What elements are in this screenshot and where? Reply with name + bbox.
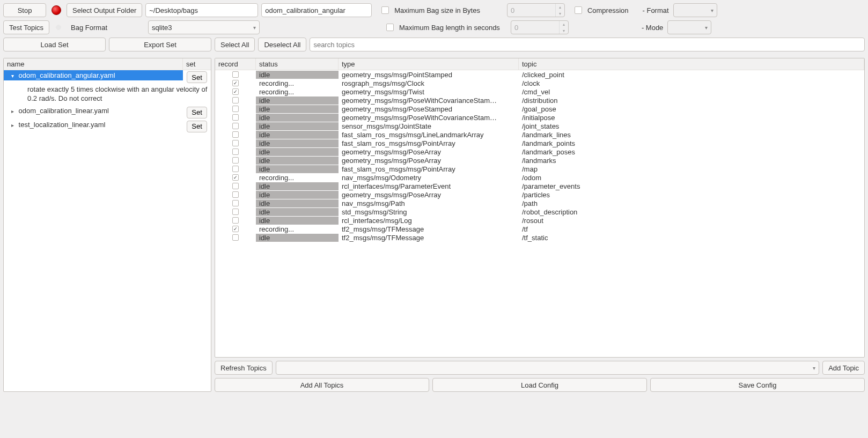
tree-item[interactable]: test_localization_linear.yamlSet [4, 120, 211, 133]
load-config-button[interactable]: Load Config [432, 378, 647, 392]
type-cell: nav_msgs/msg/Path [339, 199, 519, 207]
output-folder-input[interactable] [145, 3, 258, 17]
table-row[interactable]: idlegeometry_msgs/msg/PoseWithCovariance… [215, 96, 864, 105]
table-row[interactable]: idlegeometry_msgs/msg/PoseArray/particle… [215, 190, 864, 199]
table-row[interactable]: idlegeometry_msgs/msg/PointStamped/click… [215, 70, 864, 79]
type-cell: rcl_interfaces/msg/Log [339, 217, 519, 225]
tree-item-label: odom_calibration_angular.yaml [17, 71, 115, 79]
topics-table[interactable]: record status type topic idlegeometry_ms… [215, 58, 865, 358]
topic-cell: /particles [519, 191, 864, 199]
record-checkbox[interactable] [232, 97, 239, 103]
record-checkbox[interactable] [232, 183, 239, 189]
record-checkbox[interactable] [232, 200, 239, 206]
record-checkbox[interactable] [232, 149, 239, 155]
table-row[interactable]: recording...rosgraph_msgs/msg/Clock/cloc… [215, 79, 864, 87]
stop-button[interactable]: Stop [3, 3, 46, 17]
type-cell: geometry_msgs/msg/PointStamped [339, 71, 519, 79]
deselect-all-button[interactable]: Deselect All [258, 38, 306, 51]
record-checkbox[interactable] [232, 191, 239, 198]
record-checkbox[interactable] [232, 131, 239, 138]
record-checkbox[interactable] [232, 88, 239, 95]
compression-checkbox[interactable] [575, 6, 582, 14]
search-topics-input[interactable] [310, 38, 865, 51]
table-row[interactable]: idlegeometry_msgs/msg/PoseArray/landmark… [215, 156, 864, 165]
table-row[interactable]: idlegeometry_msgs/msg/PoseStamped/goal_p… [215, 105, 864, 113]
record-checkbox[interactable] [232, 166, 239, 172]
record-indicator-icon [52, 5, 61, 15]
record-checkbox[interactable] [232, 140, 239, 146]
add-all-topics-button[interactable]: Add All Topics [215, 378, 429, 392]
max-bag-len-value [511, 21, 559, 34]
format-combo[interactable]: ▾ [673, 3, 717, 17]
record-checkbox[interactable] [232, 234, 239, 241]
topic-cell: /tf [519, 225, 864, 233]
record-checkbox[interactable] [232, 123, 239, 129]
record-checkbox[interactable] [232, 226, 239, 232]
type-cell: geometry_msgs/msg/PoseArray [339, 157, 519, 165]
status-cell: idle [256, 165, 339, 173]
record-checkbox[interactable] [232, 71, 239, 78]
record-checkbox[interactable] [232, 114, 239, 121]
record-checkbox[interactable] [232, 157, 239, 164]
table-row[interactable]: idlercl_interfaces/msg/Log/rosout [215, 216, 864, 225]
table-row[interactable]: idletf2_msgs/msg/TFMessage/tf_static [215, 233, 864, 242]
topic-cell: /cmd_vel [519, 88, 864, 96]
topic-cell: /parameter_events [519, 182, 864, 190]
table-row[interactable]: idlefast_slam_ros_msgs/msg/PointArray/ma… [215, 165, 864, 173]
tree-item-label: odom_calibration_linear.yaml [17, 107, 109, 115]
bag-format-value: sqlite3 [152, 24, 172, 32]
max-bag-len-spinner[interactable]: ▴▾ [511, 20, 569, 34]
max-bag-size-spinner[interactable]: ▴▾ [507, 3, 565, 17]
test-topics-button[interactable]: Test Topics [3, 20, 49, 34]
type-cell: tf2_msgs/msg/TFMessage [339, 225, 519, 233]
tree-col-name: name [4, 58, 183, 70]
max-bag-size-checkbox[interactable] [381, 6, 389, 14]
load-set-button[interactable]: Load Set [3, 38, 106, 51]
table-row[interactable]: recording...geometry_msgs/msg/Twist/cmd_… [215, 87, 864, 96]
tree-expand-icon[interactable] [11, 121, 17, 129]
status-cell: idle [256, 122, 339, 130]
type-cell: rosgraph_msgs/msg/Clock [339, 79, 519, 87]
table-row[interactable]: idlesensor_msgs/msg/JointState/joint_sta… [215, 122, 864, 130]
refresh-topics-button[interactable]: Refresh Topics [215, 361, 273, 375]
table-row[interactable]: idlefast_slam_ros_msgs/msg/LineLandmarkA… [215, 130, 864, 139]
tree-item-label: test_localization_linear.yaml [17, 121, 105, 129]
record-checkbox[interactable] [232, 106, 239, 112]
tree-set-button[interactable]: Set [187, 121, 207, 132]
export-set-button[interactable]: Export Set [109, 38, 211, 51]
table-row[interactable]: idlestd_msgs/msg/String/robot_descriptio… [215, 207, 864, 216]
table-row[interactable]: idlegeometry_msgs/msg/PoseWithCovariance… [215, 113, 864, 122]
bag-format-combo[interactable]: sqlite3 ▾ [148, 20, 260, 34]
topic-select-combo[interactable]: ▾ [276, 361, 819, 375]
table-row[interactable]: idlenav_msgs/msg/Path/path [215, 199, 864, 207]
chevron-down-icon: ▾ [813, 365, 815, 371]
set-tree[interactable]: name set odom_calibration_angular.yamlSe… [3, 58, 211, 392]
record-checkbox[interactable] [232, 174, 239, 181]
record-checkbox[interactable] [232, 80, 239, 86]
tree-expand-icon[interactable] [11, 71, 17, 79]
mode-combo[interactable]: ▾ [667, 20, 711, 34]
tree-item[interactable]: odom_calibration_linear.yamlSet [4, 106, 211, 120]
table-row[interactable]: idlercl_interfaces/msg/ParameterEvent/pa… [215, 182, 864, 190]
type-cell: geometry_msgs/msg/Twist [339, 88, 519, 96]
table-row[interactable]: idlegeometry_msgs/msg/PoseArray/landmark… [215, 147, 864, 156]
save-config-button[interactable]: Save Config [650, 378, 865, 392]
tree-item[interactable]: odom_calibration_angular.yamlSet [4, 70, 211, 84]
bag-name-input[interactable] [261, 3, 372, 17]
topic-cell: /landmark_lines [519, 131, 864, 139]
table-row[interactable]: recording...nav_msgs/msg/Odometry/odom [215, 173, 864, 182]
status-cell: idle [256, 131, 339, 139]
max-bag-len-checkbox[interactable] [386, 24, 394, 31]
table-row[interactable]: recording...tf2_msgs/msg/TFMessage/tf [215, 225, 864, 233]
record-checkbox[interactable] [232, 209, 239, 215]
tree-set-button[interactable]: Set [187, 107, 207, 118]
table-row[interactable]: idlefast_slam_ros_msgs/msg/PointArray/la… [215, 139, 864, 147]
add-topic-button[interactable]: Add Topic [822, 361, 865, 375]
type-cell: std_msgs/msg/String [339, 208, 519, 216]
record-checkbox[interactable] [232, 217, 239, 224]
type-cell: sensor_msgs/msg/JointState [339, 122, 519, 130]
select-all-button[interactable]: Select All [215, 38, 255, 51]
tree-set-button[interactable]: Set [187, 71, 207, 83]
tree-expand-icon[interactable] [11, 107, 17, 115]
select-output-folder-button[interactable]: Select Output Folder [67, 3, 142, 17]
